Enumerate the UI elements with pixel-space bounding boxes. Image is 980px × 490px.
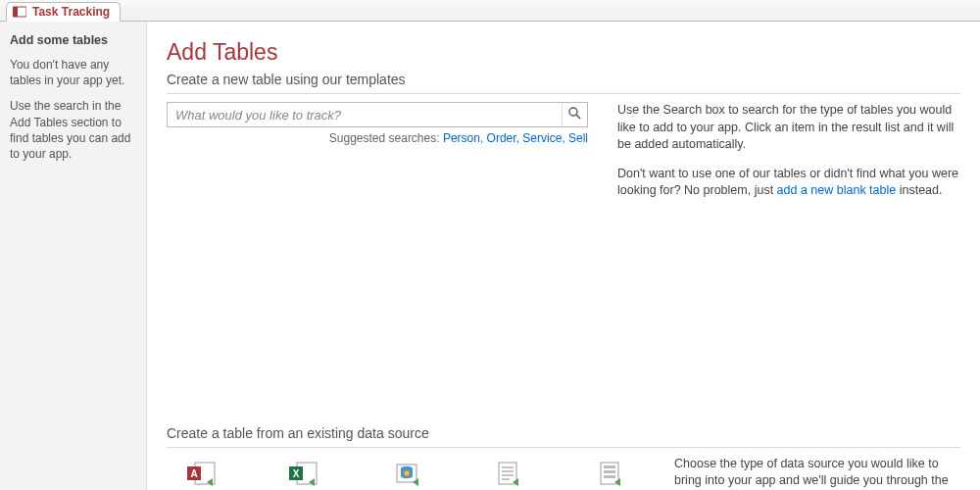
search-icon [568, 107, 581, 122]
svg-rect-22 [604, 470, 615, 473]
svg-line-3 [576, 115, 580, 119]
search-button[interactable] [562, 103, 587, 126]
section-subtitle: Create a new table using our templates [167, 72, 960, 87]
sidebar: Add some tables You don't have any table… [0, 22, 147, 490]
divider [167, 93, 960, 94]
tab-bar: Task Tracking [0, 0, 980, 22]
svg-rect-1 [13, 7, 18, 17]
sql-icon [370, 460, 441, 489]
svg-point-14 [404, 470, 410, 476]
help-text-1: Use the Search box to search for the typ… [617, 102, 960, 154]
divider-2 [167, 447, 960, 448]
sidebar-text-1: You don't have any tables in your app ye… [10, 57, 136, 88]
excel-icon: X [269, 460, 339, 489]
ds-text[interactable]: Text / CSV [472, 460, 543, 491]
suggest-person[interactable]: Person [443, 131, 480, 145]
search-box[interactable] [167, 102, 588, 127]
svg-text:X: X [293, 468, 300, 479]
ds-sharepoint[interactable]: SharePoint List [574, 460, 645, 491]
section2-subtitle: Create a table from an existing data sou… [167, 425, 960, 441]
sharepoint-icon [574, 460, 645, 489]
ds-access[interactable]: A Access [167, 460, 237, 491]
data-source-row: A Access X Excel [167, 460, 645, 491]
suggest-label: Suggested searches: [329, 131, 440, 145]
sidebar-text-2: Use the search in the Add Tables section… [10, 98, 136, 162]
suggested-searches: Suggested searches: Person, Order, Servi… [167, 131, 588, 145]
svg-rect-15 [499, 463, 516, 484]
suggest-order[interactable]: Order [487, 131, 516, 145]
svg-point-2 [569, 108, 577, 116]
add-blank-table-link[interactable]: add a new blank table [777, 183, 897, 197]
page-title: Add Tables [167, 39, 960, 66]
svg-rect-21 [604, 466, 615, 468]
svg-rect-23 [604, 475, 615, 478]
ds-sql[interactable]: SQL Server / ODBC Data [370, 460, 441, 491]
suggest-sell[interactable]: Sell [568, 131, 588, 145]
tab-task-tracking[interactable]: Task Tracking [6, 2, 121, 22]
text-csv-icon [472, 460, 543, 489]
svg-text:A: A [190, 468, 197, 479]
help-text-2: Don't want to use one of our tables or d… [617, 166, 960, 200]
access-icon: A [167, 460, 237, 489]
suggest-service[interactable]: Service [522, 131, 562, 145]
ds-help-text: Choose the type of data source you would… [674, 456, 960, 491]
access-app-icon [13, 5, 26, 19]
ds-excel[interactable]: X Excel [269, 460, 339, 491]
search-input[interactable] [168, 103, 562, 126]
main-content: Add Tables Create a new table using our … [147, 22, 980, 490]
tab-label: Task Tracking [32, 5, 110, 19]
sidebar-heading: Add some tables [10, 33, 136, 47]
